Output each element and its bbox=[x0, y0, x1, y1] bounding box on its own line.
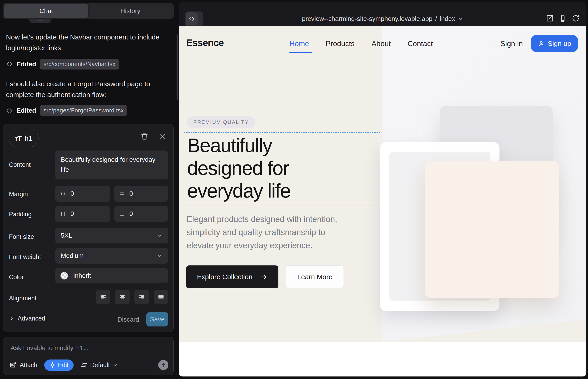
site-navbar: Essence Home Products About Contact Sign… bbox=[179, 37, 586, 56]
preview-url-selector[interactable]: preview--charming-site-symphony.lovable.… bbox=[302, 12, 464, 26]
preview-page: index bbox=[440, 15, 455, 22]
open-in-new-tab-icon[interactable] bbox=[546, 14, 554, 22]
preview-browser-pane: preview--charming-site-symphony.lovable.… bbox=[179, 2, 586, 377]
code-icon bbox=[6, 107, 13, 114]
align-left-button[interactable] bbox=[96, 290, 110, 304]
chevron-down-icon bbox=[113, 363, 118, 367]
decor-card-front bbox=[425, 161, 559, 298]
learn-more-button[interactable]: Learn More bbox=[286, 266, 344, 288]
edited-file-pill[interactable]: src/pages/ForgotPassword.tsx bbox=[40, 105, 127, 116]
padding-field-label: Padding bbox=[9, 211, 32, 218]
font-weight-field-label: Font weight bbox=[9, 253, 41, 261]
font-weight-select[interactable]: Medium bbox=[55, 248, 168, 264]
chat-message: Now let's update the Navbar component to… bbox=[6, 32, 168, 53]
padding-y-input[interactable]: 0 bbox=[114, 206, 168, 222]
edited-file-row: Edited src/components/Navbar.tsx bbox=[6, 59, 119, 69]
mobile-preview-icon[interactable] bbox=[559, 14, 567, 22]
align-justify-button[interactable] bbox=[154, 290, 168, 304]
target-icon bbox=[49, 362, 56, 368]
chevron-down-icon bbox=[157, 233, 163, 238]
margin-y-input[interactable]: 0 bbox=[114, 186, 168, 202]
chat-scrollbar[interactable] bbox=[177, 34, 178, 100]
selected-element-chip[interactable]: TT h1 bbox=[9, 130, 39, 147]
user-icon bbox=[538, 40, 545, 47]
advanced-toggle[interactable]: Advanced bbox=[9, 315, 45, 322]
chevron-right-icon bbox=[9, 316, 15, 321]
chevron-down-icon bbox=[157, 253, 163, 259]
tab-history[interactable]: History bbox=[88, 4, 172, 18]
font-size-field-label: Font size bbox=[9, 233, 34, 240]
prompt-composer: Ask Lovable to modify H1... Attach Edit … bbox=[3, 337, 174, 375]
element-inspector-panel: TT h1 Content Beautifully designed for e… bbox=[3, 124, 174, 332]
selected-h1-element[interactable]: Beautifully designed for everyday life bbox=[184, 132, 380, 202]
url-path-separator: / bbox=[435, 15, 437, 22]
active-nav-underline bbox=[289, 52, 312, 53]
sliders-icon bbox=[80, 362, 87, 368]
nav-link-products[interactable]: Products bbox=[326, 39, 355, 48]
image-plus-icon bbox=[10, 361, 17, 369]
nav-link-about[interactable]: About bbox=[371, 39, 391, 48]
alignment-field-label: Alignment bbox=[9, 295, 36, 302]
element-tag: h1 bbox=[25, 134, 32, 142]
edited-label: Edited bbox=[16, 61, 36, 68]
padding-horizontal-icon bbox=[60, 211, 66, 217]
refresh-icon[interactable] bbox=[572, 14, 580, 22]
padding-vertical-icon bbox=[119, 211, 125, 217]
color-picker-field[interactable]: Inherit bbox=[55, 268, 168, 283]
chat-message: I should also create a Forgot Password p… bbox=[6, 79, 168, 100]
color-field-label: Color bbox=[9, 274, 24, 281]
content-field[interactable]: Beautifully designed for everyday life bbox=[55, 151, 168, 179]
edited-file-pill[interactable]: src/components/Navbar.tsx bbox=[40, 59, 119, 69]
edit-mode-chip[interactable]: Edit bbox=[44, 360, 74, 371]
font-size-select[interactable]: 5XL bbox=[55, 228, 168, 243]
hero-heading: Beautifully designed for everyday life bbox=[184, 133, 380, 202]
transparent-color-swatch bbox=[60, 272, 68, 280]
margin-horizontal-icon bbox=[60, 190, 66, 197]
delete-element-button[interactable] bbox=[140, 132, 149, 141]
nav-link-contact[interactable]: Contact bbox=[407, 39, 433, 48]
attach-button[interactable]: Attach bbox=[10, 361, 37, 369]
edited-label: Edited bbox=[16, 107, 36, 114]
code-view-toggle[interactable] bbox=[185, 12, 203, 26]
arrow-right-icon bbox=[260, 273, 268, 281]
padding-x-input[interactable]: 0 bbox=[55, 206, 110, 222]
premium-quality-badge: PREMIUM QUALITY bbox=[187, 116, 255, 128]
margin-field-label: Margin bbox=[9, 191, 28, 198]
sign-up-button[interactable]: Sign up bbox=[531, 35, 578, 52]
send-button[interactable] bbox=[158, 360, 168, 370]
save-button[interactable]: Save bbox=[146, 312, 168, 327]
mode-select[interactable]: Default bbox=[80, 362, 118, 369]
preview-url: preview--charming-site-symphony.lovable.… bbox=[302, 15, 433, 22]
align-right-button[interactable] bbox=[134, 290, 149, 304]
edited-file-row: Edited src/pages/ForgotPassword.tsx bbox=[6, 105, 127, 116]
prompt-input[interactable]: Ask Lovable to modify H1... bbox=[11, 344, 89, 352]
site-logo[interactable]: Essence bbox=[186, 37, 224, 48]
hero-description: Elegant products designed with intention… bbox=[187, 213, 337, 252]
site-preview: Essence Home Products About Contact Sign… bbox=[179, 26, 586, 377]
discard-button[interactable]: Discard bbox=[117, 316, 139, 323]
margin-x-input[interactable]: 0 bbox=[55, 186, 110, 202]
arrow-up-icon bbox=[160, 362, 166, 368]
explore-collection-button[interactable]: Explore Collection bbox=[186, 266, 279, 288]
chat-history-tabs: Chat History bbox=[3, 3, 174, 19]
code-icon bbox=[6, 61, 13, 68]
sign-in-link[interactable]: Sign in bbox=[500, 39, 523, 48]
chevron-down-icon bbox=[458, 16, 463, 22]
nav-link-home[interactable]: Home bbox=[289, 39, 309, 48]
code-icon bbox=[186, 12, 198, 25]
alignment-button-group bbox=[96, 290, 168, 304]
margin-vertical-icon bbox=[119, 190, 125, 197]
align-center-button[interactable] bbox=[115, 290, 130, 304]
tab-chat[interactable]: Chat bbox=[4, 4, 88, 18]
collapsed-message-pill bbox=[29, 19, 51, 23]
close-panel-icon[interactable] bbox=[159, 133, 167, 140]
hero-section: Essence Home Products About Contact Sign… bbox=[179, 26, 586, 342]
content-field-label: Content bbox=[9, 161, 31, 168]
type-icon: TT bbox=[15, 134, 22, 142]
composer-toolbar: Attach Edit Default bbox=[10, 359, 168, 371]
